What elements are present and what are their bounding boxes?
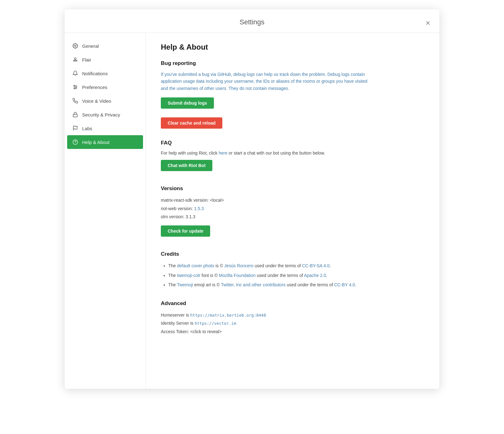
modal-title: Settings (240, 18, 264, 26)
svg-rect-8 (73, 114, 77, 117)
sidebar-item-general[interactable]: General (65, 39, 146, 53)
bug-reporting-section: Bug reporting If you've submitted a bug … (161, 60, 424, 129)
close-button[interactable]: ✕ (423, 18, 433, 28)
svg-point-5 (74, 85, 75, 86)
faq-description: For help with using Riot, click here or … (161, 150, 424, 155)
sidebar-item-label-security-privacy: Security & Privacy (82, 112, 120, 117)
access-token-row: Access Token: <click to reveal> (161, 328, 424, 336)
chat-riot-bot-button[interactable]: Chat with Riot Bot (161, 160, 212, 171)
sidebar-item-notifications[interactable]: Notifications (65, 67, 146, 80)
bug-reporting-description: If you've submitted a bug via GitHub, de… (161, 71, 373, 92)
credits-item-0: The default cover photo is © Jesús Ronce… (168, 262, 424, 270)
faq-text-after: or start a chat with our bot using the b… (227, 150, 325, 155)
twemoji-link[interactable]: Twemoji (177, 282, 193, 287)
sidebar-item-flair[interactable]: Flair (65, 53, 146, 67)
credits-item-1: The twemoji-colr font is © Mozilla Found… (168, 271, 424, 280)
svg-point-6 (76, 87, 77, 88)
sidebar-item-preferences[interactable]: Preferences (65, 80, 146, 94)
help-circle-icon (72, 139, 78, 145)
credits-1-before: The (168, 273, 177, 278)
sidebar-item-label-preferences: Preferences (82, 85, 107, 90)
riot-web-version: riot-web version: 1.5.3 (161, 205, 424, 213)
flag-icon (72, 125, 78, 131)
credits-section: Credits The default cover photo is © Jes… (161, 251, 424, 289)
riot-web-link[interactable]: 1.5.3 (194, 206, 204, 211)
credits-2-mid: emoji art is © (193, 282, 221, 287)
riot-web-label: riot-web version: (161, 206, 194, 211)
main-content: Help & About Bug reporting If you've sub… (146, 33, 439, 389)
credits-title: Credits (161, 251, 424, 257)
page-title: Help & About (161, 43, 424, 52)
faq-title: FAQ (161, 140, 424, 146)
twitter-contributors-link[interactable]: Twitter, Inc and other contributors (221, 282, 286, 287)
sidebar-item-voice-video[interactable]: Voice & Video (65, 94, 146, 108)
credits-1-after: used under the terms of (256, 273, 304, 278)
modal-header: Settings ✕ (65, 9, 439, 33)
credits-0-after: used under the terms of (254, 263, 302, 268)
sidebar-item-label-labs: Labs (82, 126, 92, 131)
twemoji-colr-link[interactable]: twemoji-colr (177, 273, 200, 278)
sidebar-item-label-voice-video: Voice & Video (82, 98, 111, 104)
sidebar-item-label-flair: Flair (82, 57, 91, 62)
homeserver-row: Homeserver is https://matrix.bertieb.org… (161, 311, 424, 319)
advanced-section: Advanced Homeserver is https://matrix.be… (161, 300, 424, 336)
cc-by-sa-link[interactable]: CC-BY-SA 4.0 (302, 263, 329, 268)
sidebar-item-label-general: General (82, 43, 99, 49)
modal-body: General Flair Notifica (65, 33, 439, 389)
gear-icon (72, 43, 78, 49)
matrix-sdk-version: matrix-react-sdk version: <local> (161, 196, 424, 205)
check-for-update-button[interactable]: Check for update (161, 225, 210, 237)
credits-1-end: . (326, 273, 327, 278)
credits-item-2: The Twemoji emoji art is © Twitter, Inc … (168, 281, 424, 289)
versions-title: Versions (161, 185, 424, 192)
flair-icon (72, 57, 78, 63)
sidebar: General Flair Notifica (65, 33, 146, 389)
versions-info: matrix-react-sdk version: <local> riot-w… (161, 196, 424, 221)
homeserver-label: Homeserver is (161, 313, 190, 318)
cc-by-4-link[interactable]: CC-BY 4.0 (334, 282, 355, 287)
bug-reporting-title: Bug reporting (161, 60, 424, 67)
advanced-info: Homeserver is https://matrix.bertieb.org… (161, 311, 424, 336)
advanced-title: Advanced (161, 300, 424, 307)
credits-2-after: used under the terms of (286, 282, 334, 287)
mozilla-foundation-link[interactable]: Mozilla Foundation (219, 273, 256, 278)
olm-version: olm version: 3.1.3 (161, 213, 424, 221)
lock-icon (72, 111, 78, 118)
credits-0-before: The (168, 263, 177, 268)
bell-icon (72, 70, 78, 76)
faq-text-before: For help with using Riot, click (161, 150, 219, 155)
sidebar-item-labs[interactable]: Labs (65, 121, 146, 135)
svg-point-1 (74, 58, 76, 60)
credits-list: The default cover photo is © Jesús Ronce… (161, 262, 424, 289)
credits-2-end: . (355, 282, 356, 287)
credits-0-mid: is © (214, 263, 224, 268)
identity-label: Identity Server is (161, 321, 195, 326)
sidebar-item-label-notifications: Notifications (82, 71, 108, 76)
sidebar-item-label-help-about: Help & About (82, 140, 110, 145)
identity-value: https://vector.im (195, 321, 236, 326)
versions-section: Versions matrix-react-sdk version: <loca… (161, 185, 424, 240)
default-cover-photo-link[interactable]: default cover photo (177, 263, 214, 268)
identity-server-row: Identity Server is https://vector.im (161, 319, 424, 328)
sidebar-item-help-about[interactable]: Help & About (67, 135, 143, 149)
faq-here-link[interactable]: here (219, 150, 227, 155)
sidebar-item-security-privacy[interactable]: Security & Privacy (65, 108, 146, 121)
sliders-icon (72, 84, 78, 90)
apache-link[interactable]: Apache 2.0 (304, 273, 326, 278)
svg-point-10 (73, 140, 78, 145)
credits-0-end: . (329, 263, 331, 268)
phone-icon (72, 98, 78, 104)
homeserver-value: https://matrix.bertieb.org:8448 (190, 313, 266, 318)
svg-point-0 (75, 45, 76, 47)
access-token-text: Access Token: <click to reveal> (161, 329, 222, 334)
settings-modal: Settings ✕ General (65, 9, 439, 389)
submit-debug-logs-button[interactable]: Submit debug logs (161, 97, 214, 109)
jesus-roncero-link[interactable]: Jesús Roncero (224, 263, 253, 268)
svg-point-7 (74, 88, 75, 89)
credits-2-before: The (168, 282, 177, 287)
credits-1-mid: font is © (200, 273, 219, 278)
faq-section: FAQ For help with using Riot, click here… (161, 140, 424, 174)
clear-cache-reload-button[interactable]: Clear cache and reload (161, 117, 222, 129)
